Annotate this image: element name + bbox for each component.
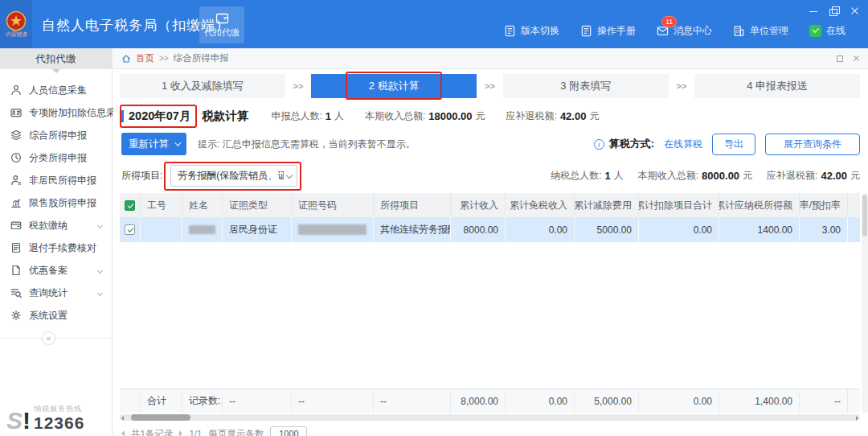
step-separator: >>: [677, 81, 687, 91]
select-all-checkbox[interactable]: [125, 200, 135, 211]
page-indicator: 1/1: [189, 429, 202, 436]
calc-mode-label: 算税方式:: [609, 137, 654, 151]
message-center-link[interactable]: 11 消息中心: [657, 24, 712, 38]
col-income-item: 所得项目: [374, 193, 451, 217]
step-tab-3-schedules[interactable]: 3 附表填写: [503, 74, 669, 98]
sidebar-item-refund-fee-check[interactable]: 退付手续费核对: [0, 237, 112, 259]
online-status[interactable]: 在线: [809, 24, 845, 38]
per-page-input[interactable]: [270, 426, 307, 436]
horizontal-scrollbar[interactable]: [120, 414, 860, 421]
next-page-arrow-icon[interactable]: [179, 430, 182, 436]
export-button[interactable]: 导出: [712, 134, 755, 155]
recalculate-button[interactable]: 重新计算: [121, 133, 186, 155]
hotline-number: 12366: [34, 414, 84, 432]
cell-name: [182, 217, 223, 242]
receipt-icon: [10, 242, 22, 253]
manual-link[interactable]: 操作手册: [580, 24, 636, 38]
calc-mode-value-link[interactable]: 在线算税: [664, 138, 702, 151]
window-minimize-button[interactable]: [809, 6, 818, 15]
redacted-name: [189, 225, 215, 234]
module-tab-label: 代扣代缴: [204, 27, 240, 39]
table-row[interactable]: 居民身份证 其他连续劳务报酬 8000.00 0.00 5000.00 0.00…: [120, 217, 860, 242]
version-switch-link[interactable]: 版本切换: [504, 24, 559, 38]
sidebar-item-classified-income[interactable]: 分类所得申报: [0, 146, 112, 169]
stat-taxpayer-total: 纳税总人数:1人: [551, 169, 624, 183]
sidebar-item-special-deduction[interactable]: 专项附加扣除信息采集: [0, 101, 112, 124]
footer-income: 8,000.00: [451, 389, 506, 413]
sidebar-item-nonresident-income[interactable]: 非居民所得申报: [0, 169, 112, 191]
vertical-scrollbar-thumb[interactable]: [862, 195, 867, 237]
search-list-icon: [10, 287, 22, 298]
hotline-logo: S! 纳税服务热线 12366: [6, 404, 84, 432]
window-restore-button[interactable]: [829, 6, 839, 15]
gear-icon: [10, 310, 22, 321]
action-row: 重新计算 提示: 汇总申报信息无需算税，当前列表暂不显示。 算税方式: 在线算税…: [121, 132, 860, 156]
col-tax-free-income: 累计免税收入: [506, 193, 575, 217]
cell-tax-rate: 3.00: [800, 217, 848, 242]
hotline-mark-icon: S!: [6, 409, 31, 432]
scroll-right-arrow-icon[interactable]: [856, 416, 858, 421]
scroll-left-arrow-icon[interactable]: [121, 416, 124, 421]
panel-dock-icon[interactable]: [837, 56, 843, 62]
period-accent-bar: [121, 110, 124, 122]
wallet-icon: [215, 12, 229, 24]
module-tab-withholding[interactable]: 代扣代缴: [199, 6, 244, 43]
footer-deduction-total: 0.00: [639, 389, 719, 413]
row-checkbox[interactable]: [125, 224, 135, 235]
footer-taxable-income: 1,400.00: [719, 389, 800, 413]
col-id-type: 证照类型: [223, 193, 292, 217]
step-tab-1-income[interactable]: 1 收入及减除填写: [120, 74, 285, 98]
page-title: 税款计算: [202, 109, 248, 124]
layers-icon: [10, 130, 22, 141]
expand-query-button[interactable]: 展开查询条件: [765, 134, 860, 155]
step-tab-4-submit[interactable]: 4 申报表报送: [694, 74, 860, 98]
col-deduction-total: 累计扣除项目合计: [639, 193, 719, 217]
sidebar-header: 代扣代缴: [0, 48, 112, 69]
sidebar-item-tax-payment[interactable]: 税款缴纳: [0, 214, 112, 237]
breadcrumb-home[interactable]: 首页: [136, 52, 154, 64]
table-empty-area: [120, 242, 860, 389]
sidebar-item-personnel-info[interactable]: 人员信息采集: [0, 79, 112, 101]
chevron-down-icon: [286, 171, 293, 178]
logo-text: 中国税务: [5, 31, 27, 38]
income-item-select[interactable]: 劳务报酬(保险营销员、证券: [170, 165, 297, 187]
sidebar-divider: «: [0, 338, 112, 339]
app-logo: 中国税务: [0, 0, 32, 48]
vertical-scrollbar[interactable]: [862, 193, 868, 413]
chevron-down-icon: [97, 267, 103, 273]
cell-tax-free-income: 0.00: [506, 217, 575, 242]
main-content: 1 收入及减除填写 >> 2 税款计算 >> 3 附表填写 >> 4 申报表报送…: [113, 69, 868, 436]
online-check-icon: [809, 25, 821, 37]
sidebar-collapse-button[interactable]: «: [42, 331, 55, 345]
sidebar-item-query-statistics[interactable]: 查询统计: [0, 282, 112, 304]
results-table: 工号 姓名 证照类型 证照号码 所得项目 累计收入 累计免税收入 累计减除费用 …: [120, 193, 860, 413]
footer-tax-rate: --: [800, 389, 848, 413]
col-deduction-fee: 累计减除费用: [575, 193, 639, 217]
step-tab-2-tax-calculation[interactable]: 2 税款计算: [311, 74, 477, 98]
panel-close-icon[interactable]: [853, 55, 860, 62]
step-tabs: 1 收入及减除填写 >> 2 税款计算 >> 3 附表填写 >> 4 申报表报送: [120, 74, 860, 98]
col-tax-rate: 税率/预扣率: [800, 193, 848, 217]
breadcrumb-separator: >>: [159, 54, 169, 63]
window-close-button[interactable]: [850, 6, 860, 15]
sidebar-item-system-settings[interactable]: 系统设置: [0, 304, 112, 327]
stat-tax-due: 应补退税额:42.00元: [506, 109, 600, 123]
home-icon: [121, 54, 131, 64]
breadcrumb: 首页 >> 综合所得申报: [113, 48, 868, 69]
income-item-label: 所得项目:: [121, 169, 162, 183]
footer-tax-free-income: 0.00: [506, 389, 575, 413]
horizontal-scrollbar-thumb[interactable]: [131, 414, 190, 421]
document-icon: [580, 25, 592, 37]
building-icon: [733, 25, 745, 37]
sidebar-item-restricted-shares[interactable]: 限售股所得申报: [0, 191, 112, 214]
redacted-id-number: [298, 224, 366, 235]
col-cumulative-income: 累计收入: [451, 193, 506, 217]
sidebar-item-preferential-filing[interactable]: 优惠备案: [0, 259, 112, 282]
person-alt-icon: [10, 175, 22, 186]
chevron-down-icon: [97, 222, 103, 228]
sidebar-item-comprehensive-income[interactable]: 综合所得申报: [0, 124, 112, 146]
unit-management-link[interactable]: 单位管理: [733, 24, 788, 38]
col-employee-no: 工号: [141, 193, 182, 217]
prev-page-arrow-icon[interactable]: [121, 430, 125, 436]
tax-period: 2020年07月: [129, 109, 190, 124]
